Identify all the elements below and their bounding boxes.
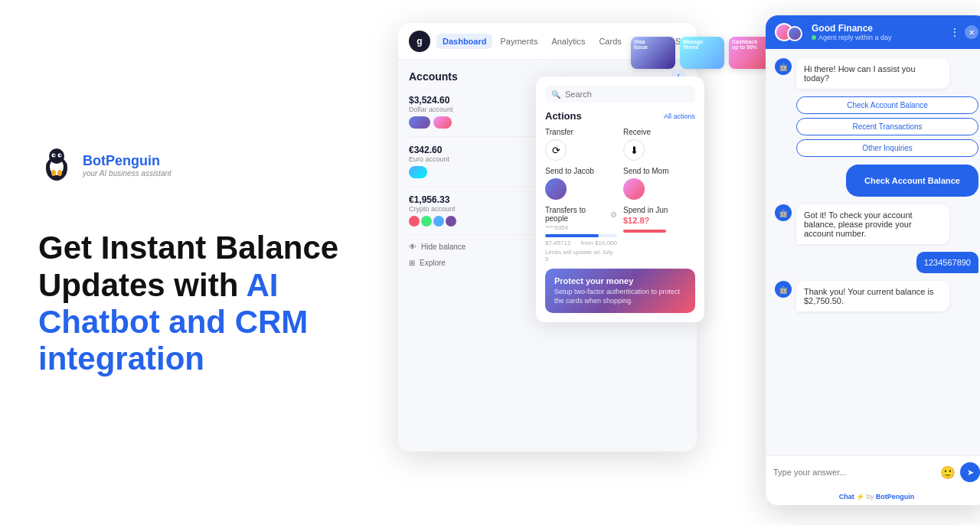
quick-reply-other[interactable]: Other Inquiries [796, 139, 978, 157]
quick-replies: Check Account Balance Recent Transaction… [796, 96, 978, 157]
crypto-chip-r [409, 216, 420, 227]
card-thumb-visa[interactable]: VisaIssue [631, 37, 675, 69]
transfers-row: Transfers to people ⚙ ****9354 $7,45712 … [545, 206, 695, 262]
right-section: g Dashboard Payments Analytics Cards His… [398, 0, 980, 525]
chat-header: Good Finance Agent reply within a day ⋮ … [766, 15, 980, 49]
bot-icon-2: 🤖 [775, 204, 792, 221]
headline-line1: Get Instant Balance [38, 230, 360, 266]
headline: Get Instant Balance Updates with AI Chat… [38, 230, 360, 377]
logo-text-block: BotPenguin your AI business assistant [83, 154, 172, 178]
card-chip-purple [409, 166, 427, 178]
quick-reply-transactions[interactable]: Recent Transactions [796, 118, 978, 135]
bot-message-1: 🤖 Hi there! How can I assist you today? [775, 58, 978, 89]
nav-item-analytics[interactable]: Analytics [545, 34, 591, 49]
chat-avatar-2 [787, 26, 802, 41]
chat-avatars [775, 23, 805, 41]
bot-bubble-1: Hi there! How can I assist you today? [796, 58, 949, 89]
cards-overlay: VisaIssue ManageTerms Cashbackup to 50% [631, 37, 773, 69]
send-mom[interactable]: Send to Mom [623, 167, 695, 200]
action-grid: Transfer ⟳ Receive ⬇ [545, 128, 695, 161]
headline-line4: integration [38, 341, 360, 377]
mom-avatar [623, 178, 645, 200]
search-bar: 🔍 [545, 86, 695, 103]
svg-point-6 [60, 155, 61, 156]
nav-item-dashboard[interactable]: Dashboard [436, 34, 492, 49]
all-actions-link[interactable]: All actions [664, 112, 695, 120]
crypto-chip-g [421, 216, 432, 227]
progress-fill [545, 234, 599, 237]
status-dot [812, 35, 816, 40]
crypto-chip-b [433, 216, 444, 227]
chat-input-area: 🙂 ➤ [766, 455, 980, 488]
crypto-chip-p [446, 216, 456, 227]
transfers-progress-bar [545, 234, 617, 237]
account-amount-2: €342.60 [409, 145, 449, 155]
quick-reply-balance[interactable]: Check Account Balance [796, 96, 978, 114]
chat-status: Agent reply within a day [812, 34, 943, 41]
account-amount-3: €1,956.33 [409, 194, 456, 205]
transfers-gear-icon: ⚙ [610, 210, 617, 219]
svg-point-8 [57, 170, 62, 176]
search-input[interactable] [565, 90, 689, 99]
transfer-action[interactable]: Transfer ⟳ [545, 128, 617, 161]
svg-point-7 [51, 170, 56, 176]
bank-logo: g [409, 31, 430, 52]
receive-action[interactable]: Receive ⬇ [623, 128, 695, 161]
chat-header-info: Good Finance Agent reply within a day [812, 23, 943, 41]
account-amount-1: $3,524.60 [409, 95, 453, 106]
svg-point-2 [49, 148, 64, 164]
logo-name: BotPenguin [83, 154, 172, 169]
chat-company-name: Good Finance [812, 23, 943, 34]
svg-point-5 [54, 155, 55, 156]
user-check-balance-msg: Check Account Balance [846, 165, 978, 197]
emoji-button[interactable]: 🙂 [940, 465, 956, 480]
logo-area: BotPenguin your AI business assistant [38, 147, 360, 184]
person-row: Send to Jacob Send to Mom [545, 167, 695, 200]
headline-line3: Chatbot and CRM [38, 304, 360, 341]
account-type-3: Crypto account [409, 205, 456, 213]
chat-footer: Chat ⚡ by BotPenguin [766, 488, 980, 505]
protect-banner: Protect your money Setup two-factor auth… [545, 269, 695, 313]
nav-item-payments[interactable]: Payments [494, 34, 544, 49]
jacob-avatar [545, 178, 567, 200]
search-icon: 🔍 [551, 90, 560, 99]
chat-close-button[interactable]: ✕ [965, 25, 978, 39]
bot-bubble-3: Thank you! Your current balance is $2,75… [796, 281, 949, 311]
spend-bar [623, 230, 666, 233]
receive-icon: ⬇ [623, 139, 645, 161]
bot-message-2: 🤖 Got it! To check your account balance,… [775, 204, 978, 244]
left-section: BotPenguin your AI business assistant Ge… [0, 116, 398, 408]
card-chip-blue [409, 116, 430, 129]
account-type-2: Euro account [409, 155, 449, 163]
chat-widget: Good Finance Agent reply within a day ⋮ … [766, 15, 980, 505]
transfers-people-cell: Transfers to people ⚙ ****9354 $7,45712 … [545, 206, 617, 262]
actions-overlay: 🔍 Actions All actions Transfer ⟳ Receive… [536, 77, 704, 322]
bot-message-3: 🤖 Thank you! Your current balance is $2,… [775, 281, 978, 311]
user-account-number-msg: 1234567890 [775, 252, 978, 273]
nav-item-cards[interactable]: Cards [593, 34, 627, 49]
chat-more-button[interactable]: ⋮ [949, 26, 960, 38]
chat-input[interactable] [773, 468, 936, 477]
send-jacob[interactable]: Send to Jacob [545, 167, 617, 200]
botpenguin-logo-icon [38, 147, 75, 184]
transfer-icon: ⟳ [545, 139, 567, 161]
bot-icon-1: 🤖 [775, 58, 792, 75]
chat-messages: 🤖 Hi there! How can I assist you today? … [766, 49, 980, 455]
accounts-title: Accounts [409, 70, 458, 83]
account-type-1: Dollar account [409, 106, 453, 113]
card-thumb-manage[interactable]: ManageTerms [680, 37, 724, 69]
logo-subtitle: your AI business assistant [83, 169, 172, 178]
spend-cell: Spend in Jun $12.8? [623, 206, 695, 262]
card-chip-orange [433, 116, 452, 129]
headline-line2: Updates with AI [38, 267, 360, 304]
send-button[interactable]: ➤ [960, 462, 980, 482]
bot-icon-3: 🤖 [775, 281, 792, 298]
actions-panel-title: Actions [545, 110, 582, 122]
bot-bubble-2: Got it! To check your account balance, p… [796, 204, 949, 244]
chat-header-actions: ⋮ ✕ [949, 25, 978, 39]
